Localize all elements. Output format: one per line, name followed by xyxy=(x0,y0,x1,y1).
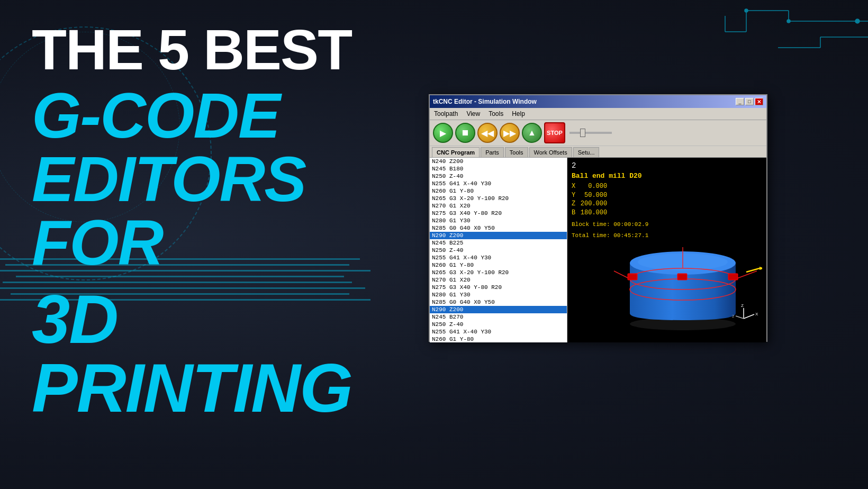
svg-text:Z: Z xyxy=(741,303,744,308)
tab-tools[interactable]: Tools xyxy=(505,147,528,157)
cnc-list-item[interactable]: N275 G3 X40 Y-80 R20 xyxy=(430,210,567,217)
menubar: Toolpath View Tools Help xyxy=(430,108,766,120)
close-button[interactable]: ✕ xyxy=(755,98,763,105)
block-time-label: Block time: xyxy=(572,221,610,228)
cnc-list-item[interactable]: N280 G1 Y30 xyxy=(430,291,567,298)
cnc-list-item[interactable]: N260 G1 Y-80 xyxy=(430,187,567,195)
y-value: 50.000 xyxy=(580,191,611,200)
cnc-list-item[interactable]: N265 G3 X-20 Y-100 R20 xyxy=(430,269,567,276)
menu-tools[interactable]: Tools xyxy=(486,109,505,119)
cnc-list-item[interactable]: N260 G1 Y-80 xyxy=(430,261,567,269)
tab-parts[interactable]: Parts xyxy=(481,147,504,157)
svg-text:X: X xyxy=(755,312,758,316)
z-value: 200.000 xyxy=(580,200,611,209)
cnc-list-item[interactable]: N270 G1 X20 xyxy=(430,276,567,284)
coord-z-row: Z 200.000 xyxy=(572,200,611,209)
block-time-value: 00:00:02.9 xyxy=(613,221,648,228)
window-titlebar: tkCNC Editor - Simulation Window _ □ ✕ xyxy=(430,95,766,108)
cnc-list-item[interactable]: N285 G0 G40 X0 Y50 xyxy=(430,298,567,306)
svg-line-28 xyxy=(736,316,744,319)
tab-cnc-program[interactable]: CNC Program xyxy=(432,147,480,157)
x-value: 0.000 xyxy=(580,182,611,191)
block-time-row: Block time: 00:00:02.9 xyxy=(572,221,648,229)
tabs-bar: CNC Program Parts Tools Work Offsets Set… xyxy=(430,146,766,158)
toolbar: ▶ ⏹ ◀◀ ▶▶ ▲ STOP xyxy=(430,120,766,146)
svg-marker-24 xyxy=(760,267,762,270)
headline-container: THE 5 BEST G-CODE EDITORS FOR 3D PRINTIN… xyxy=(32,21,429,422)
y-label: Y xyxy=(572,191,580,200)
rewind-button[interactable]: ◀◀ xyxy=(477,123,498,143)
cnc-list-item[interactable]: N285 G0 G40 X0 Y50 xyxy=(430,224,567,232)
cnc-list-item[interactable]: N270 G1 X20 xyxy=(430,202,567,210)
cnc-list-item[interactable]: N240 Z200 xyxy=(430,158,567,165)
window-title: tkCNC Editor - Simulation Window xyxy=(433,98,537,105)
tkcnc-window: tkCNC Editor - Simulation Window _ □ ✕ T… xyxy=(429,94,767,342)
headline-line4: 3D PRINTING xyxy=(32,285,429,422)
cnc-list-item[interactable]: N255 G41 X-40 Y30 xyxy=(430,328,567,336)
coord-x-row: X 0.000 xyxy=(572,182,611,191)
sim-info-overlay: 2 Ball end mill D20 X 0.000 Y 50.000 Z 2… xyxy=(572,161,648,240)
cnc-list-item[interactable]: N290 Z200 xyxy=(430,232,567,239)
maximize-button[interactable]: □ xyxy=(745,98,754,105)
window-body: N240 Z200N245 B180N250 Z-40N255 G41 X-40… xyxy=(430,158,766,342)
menu-help[interactable]: Help xyxy=(510,109,527,119)
step-button[interactable]: ▲ xyxy=(522,123,542,143)
cnc-list-item[interactable]: N260 G1 Y-80 xyxy=(430,336,567,342)
coord-y-row: Y 50.000 xyxy=(572,191,611,200)
cnc-list-item[interactable]: N275 G3 X40 Y-80 R20 xyxy=(430,284,567,291)
cnc-list-item[interactable]: N290 Z200 xyxy=(430,306,567,313)
cnc-list-item[interactable]: N250 Z-40 xyxy=(430,247,567,254)
stop-button[interactable]: STOP xyxy=(544,122,565,143)
tool-name: Ball end mill D20 xyxy=(572,171,648,181)
sim-coordinates-table: X 0.000 Y 50.000 Z 200.000 B 180.000 xyxy=(572,182,611,218)
simulation-panel: 2 Ball end mill D20 X 0.000 Y 50.000 Z 2… xyxy=(567,158,766,342)
cnc-list-item[interactable]: N250 Z-40 xyxy=(430,321,567,328)
cnc-list-item[interactable]: N255 G41 X-40 Y30 xyxy=(430,180,567,187)
svg-line-25 xyxy=(744,314,754,319)
svg-rect-21 xyxy=(728,274,738,280)
cnc-list-item[interactable]: N245 B270 xyxy=(430,313,567,321)
svg-rect-20 xyxy=(677,274,687,280)
headline-line3: EDITORS FOR xyxy=(32,147,429,274)
svg-line-19 xyxy=(736,271,757,279)
progress-slider[interactable] xyxy=(569,132,612,134)
cnc-list-item[interactable]: N245 B225 xyxy=(430,239,567,247)
pause-button[interactable]: ⏹ xyxy=(455,123,475,143)
cnc-program-list[interactable]: N240 Z200N245 B180N250 Z-40N255 G41 X-40… xyxy=(430,158,567,342)
total-time-value: 00:45:27.1 xyxy=(613,232,648,239)
cnc-list-item[interactable]: N255 G41 X-40 Y30 xyxy=(430,254,567,261)
cnc-list-item[interactable]: N250 Z-40 xyxy=(430,173,567,180)
b-label: B xyxy=(572,209,580,218)
total-time-label: Total time: xyxy=(572,232,610,239)
play-button[interactable]: ▶ xyxy=(433,123,453,143)
cnc-list-item[interactable]: N280 G1 Y30 xyxy=(430,217,567,224)
progress-slider-container xyxy=(567,132,763,134)
cnc-list-item[interactable]: N245 B180 xyxy=(430,165,567,173)
forward-button[interactable]: ▶▶ xyxy=(500,123,520,143)
tool-number: 2 xyxy=(572,161,648,171)
b-value: 180.000 xyxy=(580,209,611,218)
svg-text:2: 2 xyxy=(732,314,735,319)
x-label: X xyxy=(572,182,580,191)
coord-b-row: B 180.000 xyxy=(572,209,611,218)
minimize-button[interactable]: _ xyxy=(736,98,744,105)
z-label: Z xyxy=(572,200,580,209)
svg-rect-22 xyxy=(628,274,637,280)
total-time-row: Total time: 00:45:27.1 xyxy=(572,232,648,240)
menu-toolpath[interactable]: Toolpath xyxy=(432,109,460,119)
slider-thumb xyxy=(580,129,585,137)
headline-line1: THE 5 BEST xyxy=(32,21,429,78)
headline-line2: G-CODE xyxy=(32,84,429,147)
window-controls: _ □ ✕ xyxy=(736,98,763,105)
svg-line-23 xyxy=(746,268,760,272)
tab-setup[interactable]: Setu... xyxy=(573,147,600,157)
tab-work-offsets[interactable]: Work Offsets xyxy=(529,147,572,157)
menu-view[interactable]: View xyxy=(464,109,482,119)
cnc-list-item[interactable]: N265 G3 X-20 Y-100 R20 xyxy=(430,195,567,202)
